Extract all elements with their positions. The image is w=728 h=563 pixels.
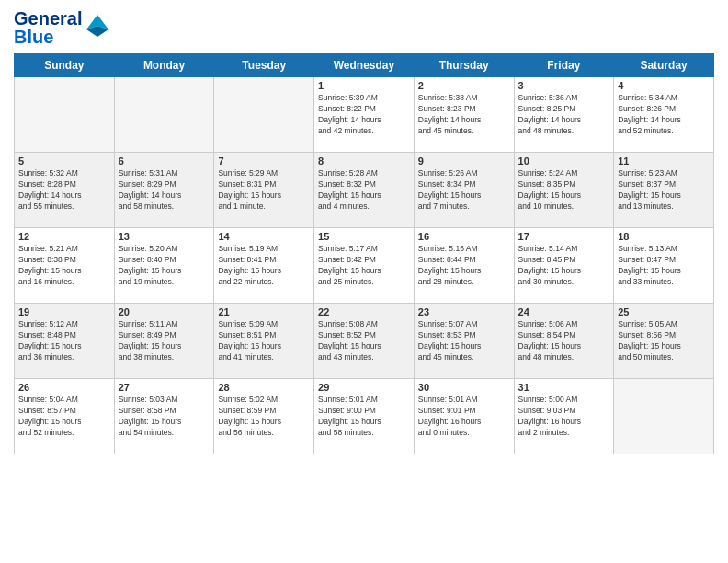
day-number: 15 xyxy=(318,231,410,242)
day-number: 25 xyxy=(618,306,710,317)
calendar-cell: 16Sunrise: 5:16 AM Sunset: 8:44 PM Dayli… xyxy=(414,228,514,304)
logo-icon xyxy=(85,13,110,42)
logo-general: General xyxy=(14,9,82,28)
calendar-cell: 10Sunrise: 5:24 AM Sunset: 8:35 PM Dayli… xyxy=(514,153,614,228)
calendar-table: SundayMondayTuesdayWednesdayThursdayFrid… xyxy=(14,53,714,454)
calendar-cell: 1Sunrise: 5:39 AM Sunset: 8:22 PM Daylig… xyxy=(314,77,415,153)
day-info: Sunrise: 5:08 AM Sunset: 8:52 PM Dayligh… xyxy=(318,319,410,363)
calendar-cell: 21Sunrise: 5:09 AM Sunset: 8:51 PM Dayli… xyxy=(214,304,314,379)
day-number: 14 xyxy=(218,231,310,242)
day-number: 11 xyxy=(618,155,710,167)
calendar-cell: 13Sunrise: 5:20 AM Sunset: 8:40 PM Dayli… xyxy=(114,228,214,304)
day-info: Sunrise: 5:26 AM Sunset: 8:34 PM Dayligh… xyxy=(418,168,510,213)
day-info: Sunrise: 5:04 AM Sunset: 8:57 PM Dayligh… xyxy=(18,395,110,439)
logo: General Blue xyxy=(14,9,110,46)
calendar-cell: 9Sunrise: 5:26 AM Sunset: 8:34 PM Daylig… xyxy=(414,153,514,228)
calendar-cell xyxy=(15,77,115,153)
day-info: Sunrise: 5:39 AM Sunset: 8:22 PM Dayligh… xyxy=(318,93,410,137)
day-number: 18 xyxy=(618,231,710,242)
day-info: Sunrise: 5:21 AM Sunset: 8:38 PM Dayligh… xyxy=(18,244,110,288)
day-number: 23 xyxy=(418,306,510,317)
day-number: 6 xyxy=(119,155,210,167)
calendar-cell: 15Sunrise: 5:17 AM Sunset: 8:42 PM Dayli… xyxy=(314,228,415,304)
calendar-cell: 23Sunrise: 5:07 AM Sunset: 8:53 PM Dayli… xyxy=(414,304,514,379)
day-number: 19 xyxy=(18,306,110,317)
day-number: 8 xyxy=(318,155,410,167)
calendar-cell: 2Sunrise: 5:38 AM Sunset: 8:23 PM Daylig… xyxy=(414,77,514,153)
day-number: 28 xyxy=(218,382,310,393)
weekday-header-row: SundayMondayTuesdayWednesdayThursdayFrid… xyxy=(15,54,714,77)
day-number: 13 xyxy=(119,231,210,242)
day-info: Sunrise: 5:01 AM Sunset: 9:01 PM Dayligh… xyxy=(418,395,510,439)
calendar-cell: 22Sunrise: 5:08 AM Sunset: 8:52 PM Dayli… xyxy=(314,304,415,379)
week-row-3: 12Sunrise: 5:21 AM Sunset: 8:38 PM Dayli… xyxy=(15,228,714,304)
calendar-cell: 28Sunrise: 5:02 AM Sunset: 8:59 PM Dayli… xyxy=(214,379,314,454)
day-info: Sunrise: 5:14 AM Sunset: 8:45 PM Dayligh… xyxy=(518,244,610,288)
day-number: 26 xyxy=(18,382,110,393)
weekday-friday: Friday xyxy=(514,54,614,77)
day-info: Sunrise: 5:07 AM Sunset: 8:53 PM Dayligh… xyxy=(418,319,510,363)
calendar-cell: 6Sunrise: 5:31 AM Sunset: 8:29 PM Daylig… xyxy=(114,153,214,228)
calendar-cell: 3Sunrise: 5:36 AM Sunset: 8:25 PM Daylig… xyxy=(514,77,614,153)
calendar-cell: 8Sunrise: 5:28 AM Sunset: 8:32 PM Daylig… xyxy=(314,153,415,228)
week-row-2: 5Sunrise: 5:32 AM Sunset: 8:28 PM Daylig… xyxy=(15,153,714,228)
calendar-cell: 25Sunrise: 5:05 AM Sunset: 8:56 PM Dayli… xyxy=(614,304,714,379)
day-info: Sunrise: 5:16 AM Sunset: 8:44 PM Dayligh… xyxy=(418,244,510,288)
calendar-cell xyxy=(614,379,714,454)
day-number: 3 xyxy=(518,80,610,91)
day-info: Sunrise: 5:13 AM Sunset: 8:47 PM Dayligh… xyxy=(618,244,710,288)
day-info: Sunrise: 5:01 AM Sunset: 9:00 PM Dayligh… xyxy=(318,395,410,439)
day-info: Sunrise: 5:19 AM Sunset: 8:41 PM Dayligh… xyxy=(218,244,310,288)
day-number: 21 xyxy=(218,306,310,317)
day-number: 30 xyxy=(418,382,510,393)
calendar-cell: 18Sunrise: 5:13 AM Sunset: 8:47 PM Dayli… xyxy=(614,228,714,304)
calendar-cell: 5Sunrise: 5:32 AM Sunset: 8:28 PM Daylig… xyxy=(15,153,115,228)
weekday-sunday: Sunday xyxy=(15,54,115,77)
calendar-cell: 7Sunrise: 5:29 AM Sunset: 8:31 PM Daylig… xyxy=(214,153,314,228)
day-number: 16 xyxy=(418,231,510,242)
calendar-cell: 29Sunrise: 5:01 AM Sunset: 9:00 PM Dayli… xyxy=(314,379,415,454)
calendar-cell: 4Sunrise: 5:34 AM Sunset: 8:26 PM Daylig… xyxy=(614,77,714,153)
day-info: Sunrise: 5:05 AM Sunset: 8:56 PM Dayligh… xyxy=(618,319,710,363)
day-info: Sunrise: 5:32 AM Sunset: 8:28 PM Dayligh… xyxy=(18,168,110,213)
calendar-cell: 17Sunrise: 5:14 AM Sunset: 8:45 PM Dayli… xyxy=(514,228,614,304)
weekday-tuesday: Tuesday xyxy=(214,54,314,77)
day-info: Sunrise: 5:24 AM Sunset: 8:35 PM Dayligh… xyxy=(518,168,610,213)
day-info: Sunrise: 5:28 AM Sunset: 8:32 PM Dayligh… xyxy=(318,168,410,213)
week-row-1: 1Sunrise: 5:39 AM Sunset: 8:22 PM Daylig… xyxy=(15,77,714,153)
day-number: 27 xyxy=(119,382,210,393)
calendar-cell xyxy=(114,77,214,153)
page-container: General Blue SundayMondayTuesdayWednesda… xyxy=(0,0,728,459)
day-number: 29 xyxy=(318,382,410,393)
day-info: Sunrise: 5:02 AM Sunset: 8:59 PM Dayligh… xyxy=(218,395,310,439)
calendar-cell: 19Sunrise: 5:12 AM Sunset: 8:48 PM Dayli… xyxy=(15,304,115,379)
day-number: 7 xyxy=(218,155,310,167)
day-number: 20 xyxy=(119,306,210,317)
day-number: 5 xyxy=(18,155,110,167)
day-info: Sunrise: 5:36 AM Sunset: 8:25 PM Dayligh… xyxy=(518,93,610,137)
day-info: Sunrise: 5:09 AM Sunset: 8:51 PM Dayligh… xyxy=(218,319,310,363)
day-info: Sunrise: 5:17 AM Sunset: 8:42 PM Dayligh… xyxy=(318,244,410,288)
day-number: 9 xyxy=(418,155,510,167)
calendar-cell: 27Sunrise: 5:03 AM Sunset: 8:58 PM Dayli… xyxy=(114,379,214,454)
day-info: Sunrise: 5:11 AM Sunset: 8:49 PM Dayligh… xyxy=(119,319,210,363)
weekday-thursday: Thursday xyxy=(414,54,514,77)
weekday-wednesday: Wednesday xyxy=(314,54,415,77)
day-info: Sunrise: 5:00 AM Sunset: 9:03 PM Dayligh… xyxy=(518,395,610,439)
calendar-cell xyxy=(214,77,314,153)
day-number: 31 xyxy=(518,382,610,393)
day-info: Sunrise: 5:29 AM Sunset: 8:31 PM Dayligh… xyxy=(218,168,310,213)
day-info: Sunrise: 5:34 AM Sunset: 8:26 PM Dayligh… xyxy=(618,93,710,137)
calendar-cell: 31Sunrise: 5:00 AM Sunset: 9:03 PM Dayli… xyxy=(514,379,614,454)
day-info: Sunrise: 5:31 AM Sunset: 8:29 PM Dayligh… xyxy=(119,168,210,213)
day-info: Sunrise: 5:06 AM Sunset: 8:54 PM Dayligh… xyxy=(518,319,610,363)
day-number: 24 xyxy=(518,306,610,317)
day-number: 2 xyxy=(418,80,510,91)
weekday-monday: Monday xyxy=(114,54,214,77)
header: General Blue xyxy=(14,9,714,46)
calendar-cell: 24Sunrise: 5:06 AM Sunset: 8:54 PM Dayli… xyxy=(514,304,614,379)
calendar-cell: 26Sunrise: 5:04 AM Sunset: 8:57 PM Dayli… xyxy=(15,379,115,454)
day-info: Sunrise: 5:20 AM Sunset: 8:40 PM Dayligh… xyxy=(119,244,210,288)
week-row-4: 19Sunrise: 5:12 AM Sunset: 8:48 PM Dayli… xyxy=(15,304,714,379)
day-number: 22 xyxy=(318,306,410,317)
